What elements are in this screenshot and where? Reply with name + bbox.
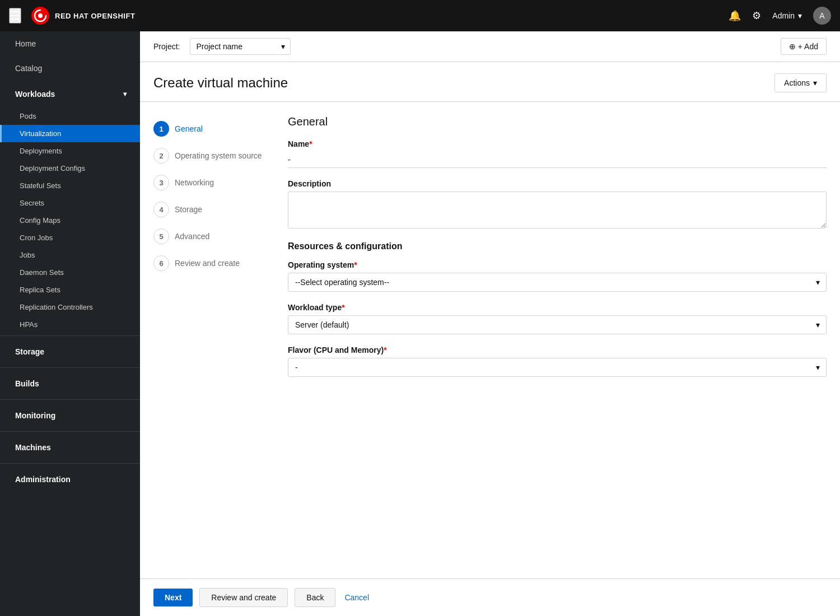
- sidebar-item-workloads[interactable]: Workloads ▾: [0, 81, 140, 108]
- sidebar-item-stateful-sets[interactable]: Stateful Sets: [0, 177, 140, 194]
- sidebar-item-jobs[interactable]: Jobs: [0, 246, 140, 264]
- flavor-select-wrapper: -: [288, 358, 827, 377]
- page-header: Create virtual machine Actions ▾: [140, 62, 840, 102]
- project-dropdown[interactable]: Project name: [190, 38, 291, 55]
- settings-button[interactable]: ⚙: [752, 10, 761, 22]
- wizard-step-3[interactable]: 3 Networking: [153, 169, 265, 196]
- resources-section-title: Resources & configuration: [288, 241, 827, 251]
- navbar: ☰ RED HAT OPENSHIFT 🔔 ⚙ Admin ▾ A: [0, 0, 840, 31]
- wizard-steps: 1 General 2 Operating system source 3 Ne…: [153, 115, 265, 565]
- main-content: Project: Project name ⊕ + Add Create vir…: [140, 31, 840, 616]
- description-textarea[interactable]: [288, 192, 827, 228]
- review-and-create-button[interactable]: Review and create: [199, 588, 288, 607]
- next-button[interactable]: Next: [153, 589, 193, 606]
- user-menu[interactable]: Admin ▾: [772, 11, 802, 20]
- page-title: Create virtual machine: [153, 75, 288, 91]
- workload-form-group: Workload type* Server (default): [288, 303, 827, 334]
- sidebar: Home Catalog Workloads ▾ Pods Virtualiza…: [0, 31, 140, 616]
- sidebar-divider-5: [0, 463, 140, 464]
- sidebar-item-cron-jobs[interactable]: Cron Jobs: [0, 229, 140, 246]
- sidebar-divider-1: [0, 335, 140, 336]
- logo-text: RED HAT OPENSHIFT: [55, 12, 135, 20]
- wizard-footer: Next Review and create Back Cancel: [140, 578, 840, 616]
- workload-label: Workload type*: [288, 303, 827, 312]
- workload-select[interactable]: Server (default): [288, 315, 827, 334]
- project-label: Project:: [153, 42, 180, 51]
- step-5-label: Advanced: [175, 232, 209, 241]
- gear-icon: ⚙: [752, 10, 761, 22]
- storage-label: Storage: [15, 347, 44, 356]
- step-1-number: 1: [153, 121, 169, 137]
- sidebar-item-monitoring[interactable]: Monitoring: [0, 402, 140, 429]
- step-3-number: 3: [153, 175, 169, 190]
- notifications-button[interactable]: 🔔: [729, 10, 741, 22]
- name-label: Name*: [288, 139, 827, 148]
- wizard-step-5[interactable]: 5 Advanced: [153, 223, 265, 250]
- cancel-button[interactable]: Cancel: [342, 589, 371, 606]
- sidebar-item-machines[interactable]: Machines: [0, 434, 140, 461]
- project-dropdown-wrapper: Project name: [190, 38, 291, 55]
- sidebar-item-catalog[interactable]: Catalog: [0, 56, 140, 81]
- wizard-step-6[interactable]: 6 Review and create: [153, 250, 265, 277]
- openshift-logo-icon: [30, 6, 50, 26]
- navbar-actions: 🔔 ⚙ Admin ▾ A: [729, 7, 831, 25]
- sidebar-item-virtualization[interactable]: Virtualization: [0, 125, 140, 142]
- workloads-chevron-icon: ▾: [123, 90, 127, 98]
- project-select-group: Project: Project name: [153, 38, 291, 55]
- name-input[interactable]: [288, 152, 827, 168]
- machines-label: Machines: [15, 443, 51, 452]
- step-6-number: 6: [153, 255, 169, 271]
- sidebar-item-replication-controllers[interactable]: Replication Controllers: [0, 298, 140, 316]
- sidebar-item-storage[interactable]: Storage: [0, 338, 140, 365]
- sidebar-item-config-maps[interactable]: Config Maps: [0, 212, 140, 229]
- back-button[interactable]: Back: [295, 588, 335, 607]
- wizard-step-1[interactable]: 1 General: [153, 115, 265, 142]
- sidebar-divider-4: [0, 431, 140, 432]
- sidebar-item-secrets[interactable]: Secrets: [0, 194, 140, 212]
- step-4-number: 4: [153, 202, 169, 217]
- user-label: Admin: [772, 11, 795, 20]
- actions-button[interactable]: Actions ▾: [774, 73, 827, 92]
- sidebar-item-deployment-configs[interactable]: Deployment Configs: [0, 160, 140, 177]
- chevron-down-icon: ▾: [798, 11, 802, 20]
- flavor-select[interactable]: -: [288, 358, 827, 377]
- description-label: Description: [288, 179, 827, 188]
- sidebar-divider-3: [0, 399, 140, 400]
- svg-point-1: [38, 13, 43, 18]
- avatar[interactable]: A: [813, 7, 831, 25]
- sidebar-item-home[interactable]: Home: [0, 31, 140, 56]
- wizard-step-4[interactable]: 4 Storage: [153, 196, 265, 223]
- logo: RED HAT OPENSHIFT: [30, 6, 135, 26]
- step-4-label: Storage: [175, 205, 202, 214]
- os-select-wrapper: --Select operating system--: [288, 273, 827, 292]
- sidebar-item-replica-sets[interactable]: Replica Sets: [0, 281, 140, 298]
- sidebar-divider-2: [0, 367, 140, 368]
- sidebar-item-builds[interactable]: Builds: [0, 370, 140, 397]
- sidebar-item-deployments[interactable]: Deployments: [0, 142, 140, 160]
- step-6-label: Review and create: [175, 259, 240, 268]
- workload-required-star: *: [342, 303, 344, 312]
- wizard-content: General Name* Description Resources & co…: [288, 115, 827, 565]
- wizard-step-2[interactable]: 2 Operating system source: [153, 142, 265, 169]
- sidebar-item-administration[interactable]: Administration: [0, 466, 140, 493]
- wizard-container: 1 General 2 Operating system source 3 Ne…: [140, 102, 840, 578]
- wizard-section-title: General: [288, 115, 827, 128]
- step-1-label: General: [175, 124, 203, 133]
- sidebar-item-daemon-sets[interactable]: Daemon Sets: [0, 264, 140, 281]
- os-label: Operating system*: [288, 260, 827, 269]
- monitoring-label: Monitoring: [15, 411, 55, 420]
- administration-label: Administration: [15, 475, 71, 484]
- os-select[interactable]: --Select operating system--: [288, 273, 827, 292]
- builds-label: Builds: [15, 379, 39, 388]
- hamburger-button[interactable]: ☰: [9, 8, 21, 24]
- workloads-label: Workloads: [15, 90, 55, 99]
- name-required-star: *: [309, 139, 312, 148]
- add-button[interactable]: ⊕ + Add: [781, 38, 827, 55]
- sidebar-item-hpas[interactable]: HPAs: [0, 316, 140, 333]
- actions-label: Actions: [784, 78, 810, 87]
- os-form-group: Operating system* --Select operating sys…: [288, 260, 827, 292]
- step-2-label: Operating system source: [175, 151, 262, 160]
- sidebar-item-pods[interactable]: Pods: [0, 108, 140, 125]
- os-required-star: *: [354, 260, 357, 269]
- actions-chevron-icon: ▾: [813, 78, 817, 87]
